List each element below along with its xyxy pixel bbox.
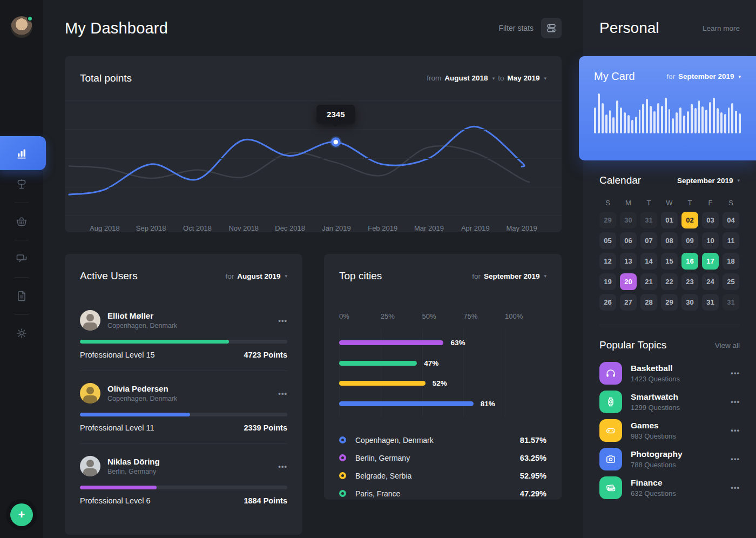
topic-row-photography[interactable]: Photography 788 Questions ••• (599, 445, 740, 473)
calendar-cell[interactable]: 31 (640, 212, 657, 228)
sidebar-item-shop[interactable] (0, 207, 43, 236)
user-row: Olivia Pedersen Copenhagen, Denmark ••• … (65, 383, 302, 444)
calendar-cell[interactable]: 30 (681, 294, 698, 311)
calendar-cell[interactable]: 10 (702, 232, 719, 249)
calendar-cell[interactable]: 01 (661, 212, 678, 228)
bar-value-label: 52% (433, 379, 447, 387)
spark-bar (665, 98, 667, 133)
total-points-header: Total points from August 2018 ▾ to May 2… (65, 56, 562, 100)
calendar-cell[interactable]: 29 (661, 294, 678, 311)
caret-down-icon: ▾ (492, 76, 495, 81)
to-date-picker[interactable]: May 2019 ▾ (507, 74, 546, 82)
bar-chart-icon (15, 147, 28, 160)
calendar-cell[interactable]: 12 (599, 253, 616, 270)
more-icon[interactable]: ••• (731, 426, 740, 434)
more-icon[interactable]: ••• (731, 398, 740, 406)
more-icon[interactable]: ••• (731, 483, 740, 492)
my-card-title: My Card (594, 70, 635, 83)
more-icon[interactable]: ••• (278, 462, 287, 470)
active-users-title: Active Users (80, 270, 138, 282)
calendar-cell[interactable]: 11 (723, 232, 739, 249)
calendar-cell[interactable]: 29 (599, 212, 616, 228)
level-progress (80, 340, 287, 344)
calendar-cell[interactable]: 20 (620, 273, 637, 290)
legend-ring-icon (339, 472, 346, 479)
x-tick: Oct 2018 (174, 224, 221, 232)
topic-row-basketball[interactable]: Basketball 1423 Questions ••• (599, 359, 740, 387)
calendar-cell[interactable]: 19 (599, 273, 616, 290)
calendar-cell[interactable]: 21 (640, 273, 657, 290)
my-card[interactable]: My Card for September 2019 ▾ (579, 56, 756, 160)
axis-tick-label: 100% (505, 312, 523, 320)
sidebar-item-documents[interactable] (0, 282, 43, 310)
view-all-link[interactable]: View all (715, 341, 740, 349)
calendar-cell[interactable]: 31 (702, 294, 719, 311)
row-divider (80, 443, 287, 444)
my-card-period-picker[interactable]: for September 2019 ▾ (666, 72, 741, 80)
calendar-cell[interactable]: 25 (723, 273, 739, 290)
from-label: from (427, 74, 441, 82)
spark-bar (701, 106, 704, 133)
user-level: Professional Level 15 (80, 351, 155, 359)
topic-row-smartwatch[interactable]: Smartwatch 1299 Questions ••• (599, 387, 740, 416)
sidebar-item-stats[interactable] (0, 136, 46, 170)
caret-down-icon: ▾ (544, 76, 546, 81)
spark-bar (691, 104, 693, 133)
learn-more-link[interactable]: Learn more (703, 24, 740, 32)
more-icon[interactable]: ••• (278, 389, 287, 398)
calendar-cell[interactable]: 23 (681, 273, 698, 290)
series-1 (69, 146, 529, 182)
sidebar-item-messages[interactable] (0, 245, 43, 273)
topic-row-finance[interactable]: Finance 632 Questions ••• (599, 473, 740, 502)
spark-bar (735, 111, 737, 133)
spark-bar (642, 104, 644, 133)
calendar-cell[interactable]: 15 (661, 253, 678, 270)
total-points-title: Total points (80, 72, 132, 84)
user-location: Berlin, Germany (107, 468, 160, 475)
calendar-cell[interactable]: 30 (620, 212, 637, 228)
row-divider (80, 371, 287, 371)
calendar-period-picker[interactable]: September 2019 ▾ (677, 177, 740, 185)
calendar-cell[interactable]: 07 (640, 232, 657, 249)
filter-stats-button[interactable] (541, 18, 562, 38)
calendar-cell[interactable]: 02 (681, 212, 698, 228)
calendar-cell[interactable]: 09 (681, 232, 698, 249)
calendar-cell[interactable]: 14 (640, 253, 657, 270)
online-status-dot (27, 16, 33, 22)
calendar-cell[interactable]: 27 (620, 294, 637, 311)
more-icon[interactable]: ••• (731, 455, 740, 463)
legend-row: Berlin, Germany 63.25% (339, 449, 546, 467)
x-tick: Jan 2019 (313, 224, 360, 232)
user-avatar[interactable] (11, 16, 32, 38)
calendar-cell[interactable]: 18 (723, 253, 739, 270)
calendar-cell[interactable]: 05 (599, 232, 616, 249)
calendar-cell[interactable]: 06 (620, 232, 637, 249)
calendar-cell[interactable]: 31 (723, 294, 739, 311)
top-cities-period-picker[interactable]: for September 2019 ▾ (472, 272, 546, 280)
calendar-cell[interactable]: 16 (681, 253, 698, 270)
sidebar-item-guides[interactable] (0, 170, 43, 198)
add-button[interactable]: + (10, 503, 33, 526)
calendar-cell[interactable]: 03 (702, 212, 719, 228)
calendar-cell[interactable]: 26 (599, 294, 616, 311)
spark-bar (639, 110, 641, 133)
caret-down-icon: ▾ (544, 273, 546, 279)
popular-topics-section: Popular Topics View all Basketball 1423 … (583, 339, 756, 502)
topic-row-games[interactable]: Games 983 Questions ••• (599, 416, 740, 445)
calendar-cell[interactable]: 04 (723, 212, 739, 228)
sidebar-item-settings[interactable] (0, 319, 43, 347)
calendar-cell[interactable]: 28 (640, 294, 657, 311)
active-users-period-picker[interactable]: for August 2019 ▾ (225, 272, 287, 280)
calendar-cell[interactable]: 24 (702, 273, 719, 290)
calendar-cell[interactable]: 17 (702, 253, 719, 270)
calendar-cell[interactable]: 22 (661, 273, 678, 290)
spark-bar (620, 107, 622, 133)
more-icon[interactable]: ••• (278, 317, 287, 325)
more-icon[interactable]: ••• (731, 369, 740, 377)
calendar-cell[interactable]: 08 (661, 232, 678, 249)
from-date-picker[interactable]: August 2018 ▾ (444, 74, 495, 82)
spark-bar (616, 100, 618, 133)
user-photo (80, 383, 100, 404)
user-photo (80, 456, 100, 476)
calendar-cell[interactable]: 13 (620, 253, 637, 270)
